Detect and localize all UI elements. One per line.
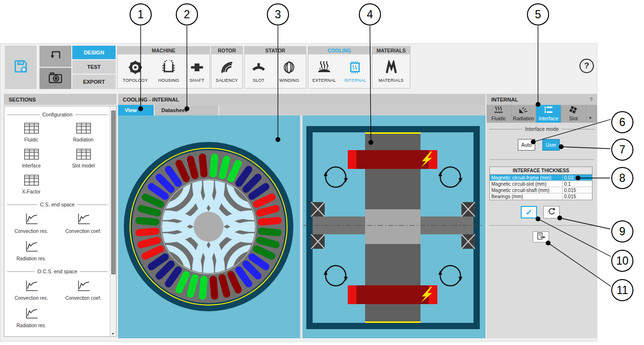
help-button[interactable]: ?: [579, 59, 594, 73]
sidebar-item-slot-model[interactable]: Slot model: [57, 145, 109, 171]
sidebar-item-label: Slot model: [72, 163, 94, 168]
table-row[interactable]: Magnetic circuit-shaft (mm) 0.015: [490, 187, 592, 193]
table-row[interactable]: Bearings (mm) 0.015: [490, 193, 592, 200]
table-row[interactable]: Magnetic circuit-slot (mm) 0.1: [490, 181, 592, 187]
export-report-button[interactable]: [533, 231, 549, 243]
undo-button[interactable]: [39, 46, 71, 67]
row-value[interactable]: 0.03: [562, 175, 592, 180]
undo-arrow-icon: [48, 49, 63, 64]
interface-mode-auto-button[interactable]: Auto: [518, 139, 535, 151]
mode-button-export[interactable]: EXPORT: [72, 75, 116, 89]
winding-icon: [282, 60, 296, 77]
main-tab-bar: View Datasheet: [118, 105, 486, 115]
save-icon: [13, 58, 29, 77]
mode-button-test[interactable]: TEST: [72, 60, 116, 74]
toolbar-item-shaft[interactable]: SHAFT: [187, 60, 208, 83]
reset-button[interactable]: [543, 206, 560, 218]
sidebar-item-ocs-radiation-res[interactable]: Radiation res.: [5, 304, 57, 331]
sidebar-item-radiation[interactable]: Radiation: [57, 119, 109, 145]
group-title: ROTOR: [211, 47, 242, 54]
sidebar-item-label: X-Factor: [22, 189, 40, 194]
group-title: COOLING: [308, 47, 370, 54]
toolbar-item-internal[interactable]: INTERNAL: [341, 60, 369, 83]
tab-label: Slot: [569, 115, 578, 121]
external-cooling-icon: [316, 60, 332, 77]
toolbar-item-housing[interactable]: HOUSING: [156, 60, 182, 83]
tab-interface[interactable]: Interface: [536, 105, 561, 123]
main-header: COOLING - INTERNAL: [118, 94, 486, 105]
sections-panel: Configuration Fluidic Radiation Interfac…: [4, 106, 117, 337]
scrollbar-down-arrow[interactable]: ▼: [111, 332, 115, 335]
row-name: Bearings (mm): [490, 193, 562, 200]
callout-8: 8: [611, 167, 633, 189]
tab-radiation[interactable]: Radiation: [512, 105, 537, 123]
sidebar-item-interface[interactable]: Interface: [5, 145, 57, 171]
toolbar-item-materials[interactable]: MATERIALS: [376, 60, 407, 83]
housing-icon: [161, 60, 176, 77]
sidebar-scrollbar[interactable]: ▼: [110, 106, 116, 336]
export-document-icon: [536, 232, 546, 242]
save-button[interactable]: [5, 46, 37, 89]
slot-model-icon: [568, 106, 578, 115]
callout-5: 5: [527, 3, 549, 26]
interface-mode-label: Interface mode: [489, 126, 594, 132]
callout-6: 6: [611, 111, 633, 133]
internal-tab-bar: Fluidic Radiation Interface Slot: [486, 105, 597, 123]
toolbar-group-cooling: COOLING EXTERNAL INTERNAL: [308, 46, 371, 89]
tab-label: Fluidic: [491, 115, 506, 121]
more-tabs-arrow-icon[interactable]: ▸: [590, 115, 592, 120]
internal-cooling-icon: [348, 60, 362, 77]
table-row[interactable]: Magnetic circuit-frame (mm) 0.03: [490, 175, 592, 181]
sidebar-item-ocs-convection-res[interactable]: Convection res.: [5, 276, 57, 304]
saliency-icon: [220, 60, 234, 77]
sidebar-item-cs-convection-res[interactable]: Convection res.: [5, 209, 57, 237]
curve-icon: [24, 240, 39, 255]
table-icon: [76, 149, 91, 162]
toolbar-item-saliency[interactable]: SALIENCY: [213, 60, 241, 83]
table-icon: [24, 175, 39, 188]
shaft-icon: [190, 60, 204, 77]
sidebar-item-label: Radiation res.: [16, 256, 46, 261]
mode-button-design[interactable]: DESIGN: [72, 46, 116, 59]
sidebar-item-cs-radiation-res[interactable]: Radiation res.: [5, 237, 57, 264]
toolbar-item-external[interactable]: EXTERNAL: [309, 60, 339, 83]
sidebar-item-label: Interface: [22, 163, 41, 168]
sidebar-item-label: Fluidic: [25, 137, 39, 142]
row-value[interactable]: 0.015: [562, 187, 592, 193]
radial-view-pane[interactable]: [118, 115, 300, 338]
sidebar-item-fluidic[interactable]: Fluidic: [5, 119, 57, 145]
screenshot-button[interactable]: [39, 68, 71, 89]
scrollbar-thumb[interactable]: [111, 111, 116, 274]
toolbar-item-winding[interactable]: WINDING: [276, 60, 302, 83]
axial-view-pane[interactable]: [302, 115, 486, 338]
toolbar-group-machine: MACHINE TOPOLOGY HOUSING SHAFT: [117, 46, 210, 89]
toolbar-group-rotor: ROTOR SALIENCY: [211, 46, 243, 89]
curve-icon: [76, 280, 91, 294]
sections-panel-header: SECTIONS: [4, 94, 117, 105]
tab-fluidic[interactable]: Fluidic: [486, 105, 512, 123]
callout-4: 4: [359, 3, 381, 26]
divider: [489, 225, 594, 226]
callout-3: 3: [267, 3, 289, 26]
row-value[interactable]: 0.1: [562, 181, 592, 187]
sidebar-item-cs-convection-coef[interactable]: Convection coef.: [57, 209, 109, 237]
motor-radial-cross-section: [118, 115, 300, 338]
group-title: MACHINE: [118, 47, 210, 54]
help-icon: ?: [584, 61, 589, 71]
materials-icon: [384, 60, 398, 77]
curve-icon: [24, 213, 39, 227]
toolbar-item-slot[interactable]: SLOT: [249, 60, 269, 83]
topology-icon: [128, 60, 143, 77]
tab-slot[interactable]: Slot: [561, 105, 586, 123]
camera-icon: [48, 71, 63, 86]
tab-view[interactable]: View: [118, 105, 155, 115]
internal-panel-title: INTERNAL: [491, 97, 518, 102]
interface-mode-user-button[interactable]: User: [542, 139, 560, 151]
sidebar-item-ocs-convection-coef[interactable]: Convection coef.: [57, 276, 109, 304]
apply-button[interactable]: ✓: [521, 206, 537, 218]
sidebar-item-x-factor[interactable]: X-Factor: [5, 171, 57, 197]
row-value[interactable]: 0.015: [562, 193, 592, 200]
toolbar-item-topology[interactable]: TOPOLOGY: [120, 60, 151, 83]
panel-help-icon[interactable]: ?: [590, 97, 592, 102]
tab-datasheet[interactable]: Datasheet: [155, 105, 219, 115]
